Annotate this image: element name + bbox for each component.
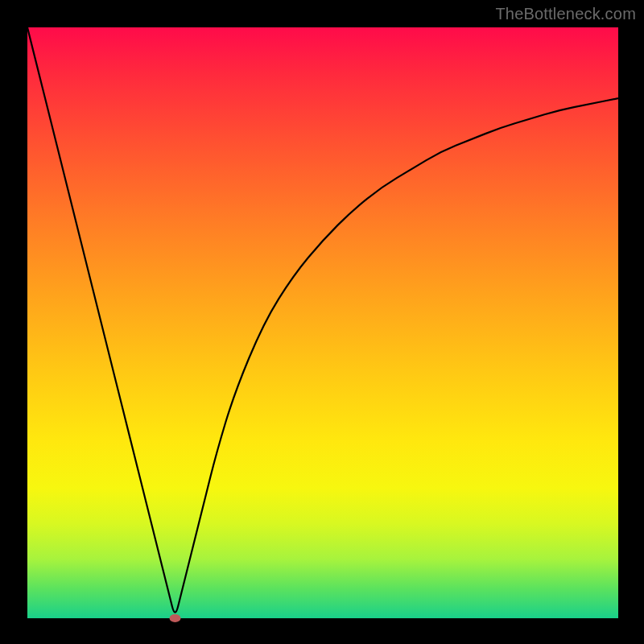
chart-plot-area: [27, 27, 618, 618]
optimal-point-marker: [170, 614, 181, 622]
bottleneck-curve-svg: [27, 27, 618, 618]
chart-frame: TheBottleneck.com: [0, 0, 644, 644]
bottleneck-curve-path: [27, 27, 618, 613]
watermark-text: TheBottleneck.com: [495, 5, 636, 23]
